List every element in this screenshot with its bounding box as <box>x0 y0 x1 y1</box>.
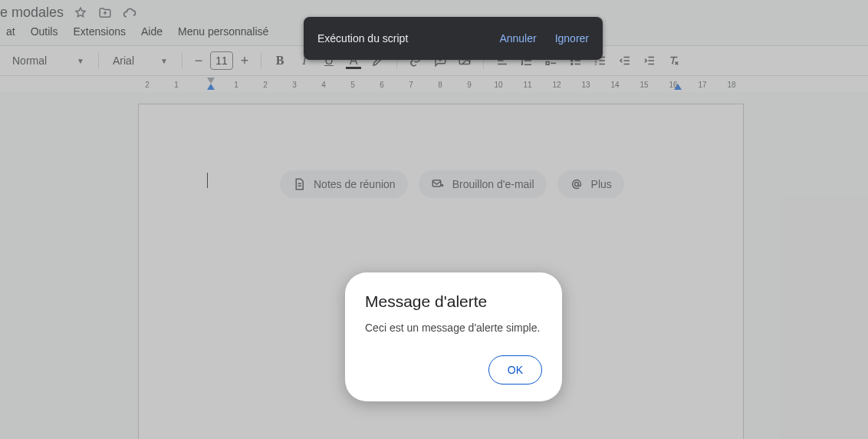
alert-dialog-title: Message d'alerte <box>365 292 542 311</box>
script-ignore-button[interactable]: Ignorer <box>555 32 589 45</box>
alert-dialog: Message d'alerte Ceci est un message d'a… <box>345 272 562 401</box>
script-status-text: Exécution du script <box>317 32 408 45</box>
alert-dialog-body: Ceci est un message d'alerte simple. <box>365 322 542 334</box>
script-running-toast: Exécution du script Annuler Ignorer <box>304 17 603 60</box>
alert-dialog-ok-button[interactable]: OK <box>488 355 542 385</box>
script-cancel-button[interactable]: Annuler <box>499 32 536 45</box>
